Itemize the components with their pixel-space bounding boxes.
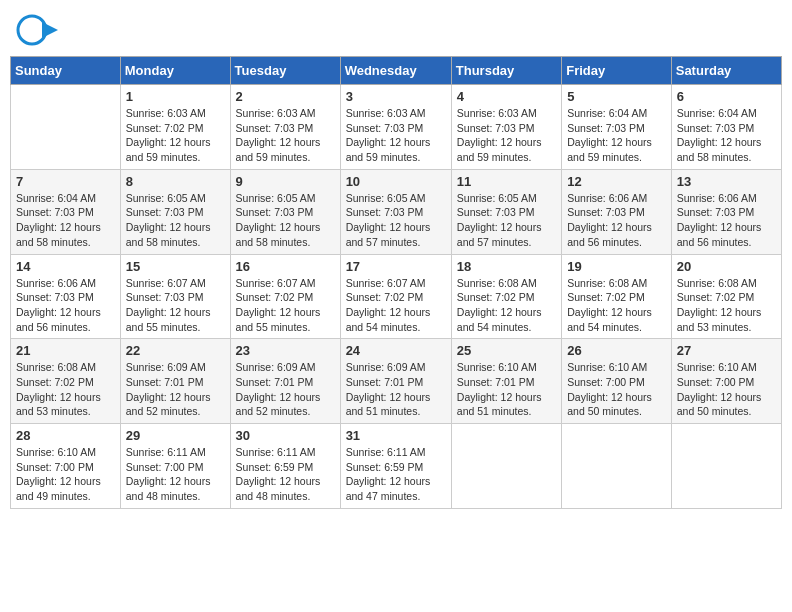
- calendar-cell: 6Sunrise: 6:04 AMSunset: 7:03 PMDaylight…: [671, 85, 781, 170]
- day-number: 25: [457, 343, 556, 358]
- calendar-cell: 30Sunrise: 6:11 AMSunset: 6:59 PMDayligh…: [230, 424, 340, 509]
- calendar-cell: 17Sunrise: 6:07 AMSunset: 7:02 PMDayligh…: [340, 254, 451, 339]
- calendar-cell: 29Sunrise: 6:11 AMSunset: 7:00 PMDayligh…: [120, 424, 230, 509]
- day-number: 11: [457, 174, 556, 189]
- calendar-cell: 19Sunrise: 6:08 AMSunset: 7:02 PMDayligh…: [562, 254, 672, 339]
- day-info: Sunrise: 6:11 AMSunset: 7:00 PMDaylight:…: [126, 445, 225, 504]
- svg-marker-1: [42, 22, 58, 38]
- calendar-cell: 14Sunrise: 6:06 AMSunset: 7:03 PMDayligh…: [11, 254, 121, 339]
- day-info: Sunrise: 6:11 AMSunset: 6:59 PMDaylight:…: [346, 445, 446, 504]
- calendar-cell: 31Sunrise: 6:11 AMSunset: 6:59 PMDayligh…: [340, 424, 451, 509]
- day-info: Sunrise: 6:07 AMSunset: 7:02 PMDaylight:…: [236, 276, 335, 335]
- day-number: 23: [236, 343, 335, 358]
- calendar-cell: 9Sunrise: 6:05 AMSunset: 7:03 PMDaylight…: [230, 169, 340, 254]
- day-info: Sunrise: 6:03 AMSunset: 7:03 PMDaylight:…: [457, 106, 556, 165]
- day-number: 27: [677, 343, 776, 358]
- logo: [14, 10, 56, 48]
- day-number: 9: [236, 174, 335, 189]
- day-number: 15: [126, 259, 225, 274]
- day-number: 17: [346, 259, 446, 274]
- day-info: Sunrise: 6:03 AMSunset: 7:03 PMDaylight:…: [236, 106, 335, 165]
- day-info: Sunrise: 6:11 AMSunset: 6:59 PMDaylight:…: [236, 445, 335, 504]
- day-info: Sunrise: 6:05 AMSunset: 7:03 PMDaylight:…: [126, 191, 225, 250]
- calendar-cell: 21Sunrise: 6:08 AMSunset: 7:02 PMDayligh…: [11, 339, 121, 424]
- day-number: 28: [16, 428, 115, 443]
- day-number: 26: [567, 343, 666, 358]
- day-number: 30: [236, 428, 335, 443]
- day-number: 22: [126, 343, 225, 358]
- calendar-cell: 10Sunrise: 6:05 AMSunset: 7:03 PMDayligh…: [340, 169, 451, 254]
- day-info: Sunrise: 6:08 AMSunset: 7:02 PMDaylight:…: [457, 276, 556, 335]
- col-header-wednesday: Wednesday: [340, 57, 451, 85]
- calendar-cell: 11Sunrise: 6:05 AMSunset: 7:03 PMDayligh…: [451, 169, 561, 254]
- calendar-cell: 3Sunrise: 6:03 AMSunset: 7:03 PMDaylight…: [340, 85, 451, 170]
- calendar-cell: [671, 424, 781, 509]
- day-number: 1: [126, 89, 225, 104]
- col-header-tuesday: Tuesday: [230, 57, 340, 85]
- calendar-cell: 13Sunrise: 6:06 AMSunset: 7:03 PMDayligh…: [671, 169, 781, 254]
- day-number: 18: [457, 259, 556, 274]
- day-number: 29: [126, 428, 225, 443]
- day-info: Sunrise: 6:09 AMSunset: 7:01 PMDaylight:…: [126, 360, 225, 419]
- day-number: 19: [567, 259, 666, 274]
- day-info: Sunrise: 6:08 AMSunset: 7:02 PMDaylight:…: [567, 276, 666, 335]
- day-info: Sunrise: 6:10 AMSunset: 7:00 PMDaylight:…: [16, 445, 115, 504]
- day-info: Sunrise: 6:08 AMSunset: 7:02 PMDaylight:…: [677, 276, 776, 335]
- day-number: 16: [236, 259, 335, 274]
- calendar-cell: 2Sunrise: 6:03 AMSunset: 7:03 PMDaylight…: [230, 85, 340, 170]
- calendar-cell: 15Sunrise: 6:07 AMSunset: 7:03 PMDayligh…: [120, 254, 230, 339]
- calendar-cell: 1Sunrise: 6:03 AMSunset: 7:02 PMDaylight…: [120, 85, 230, 170]
- day-info: Sunrise: 6:03 AMSunset: 7:02 PMDaylight:…: [126, 106, 225, 165]
- page-header: [10, 10, 782, 48]
- day-info: Sunrise: 6:10 AMSunset: 7:00 PMDaylight:…: [567, 360, 666, 419]
- day-info: Sunrise: 6:03 AMSunset: 7:03 PMDaylight:…: [346, 106, 446, 165]
- calendar-cell: 18Sunrise: 6:08 AMSunset: 7:02 PMDayligh…: [451, 254, 561, 339]
- day-number: 21: [16, 343, 115, 358]
- day-number: 14: [16, 259, 115, 274]
- day-info: Sunrise: 6:07 AMSunset: 7:02 PMDaylight:…: [346, 276, 446, 335]
- day-number: 8: [126, 174, 225, 189]
- col-header-monday: Monday: [120, 57, 230, 85]
- day-info: Sunrise: 6:09 AMSunset: 7:01 PMDaylight:…: [346, 360, 446, 419]
- day-number: 13: [677, 174, 776, 189]
- day-number: 20: [677, 259, 776, 274]
- calendar-cell: 27Sunrise: 6:10 AMSunset: 7:00 PMDayligh…: [671, 339, 781, 424]
- day-number: 4: [457, 89, 556, 104]
- calendar-cell: 4Sunrise: 6:03 AMSunset: 7:03 PMDaylight…: [451, 85, 561, 170]
- day-info: Sunrise: 6:06 AMSunset: 7:03 PMDaylight:…: [567, 191, 666, 250]
- day-info: Sunrise: 6:06 AMSunset: 7:03 PMDaylight:…: [16, 276, 115, 335]
- calendar-cell: [451, 424, 561, 509]
- day-info: Sunrise: 6:05 AMSunset: 7:03 PMDaylight:…: [346, 191, 446, 250]
- calendar-cell: 25Sunrise: 6:10 AMSunset: 7:01 PMDayligh…: [451, 339, 561, 424]
- calendar-cell: [562, 424, 672, 509]
- day-info: Sunrise: 6:04 AMSunset: 7:03 PMDaylight:…: [16, 191, 115, 250]
- day-number: 2: [236, 89, 335, 104]
- day-info: Sunrise: 6:07 AMSunset: 7:03 PMDaylight:…: [126, 276, 225, 335]
- calendar-cell: 28Sunrise: 6:10 AMSunset: 7:00 PMDayligh…: [11, 424, 121, 509]
- calendar-cell: 5Sunrise: 6:04 AMSunset: 7:03 PMDaylight…: [562, 85, 672, 170]
- day-number: 7: [16, 174, 115, 189]
- day-info: Sunrise: 6:05 AMSunset: 7:03 PMDaylight:…: [457, 191, 556, 250]
- calendar-cell: 8Sunrise: 6:05 AMSunset: 7:03 PMDaylight…: [120, 169, 230, 254]
- day-number: 6: [677, 89, 776, 104]
- day-info: Sunrise: 6:09 AMSunset: 7:01 PMDaylight:…: [236, 360, 335, 419]
- day-info: Sunrise: 6:10 AMSunset: 7:01 PMDaylight:…: [457, 360, 556, 419]
- logo-icon: [14, 10, 52, 48]
- day-number: 31: [346, 428, 446, 443]
- calendar-cell: 7Sunrise: 6:04 AMSunset: 7:03 PMDaylight…: [11, 169, 121, 254]
- calendar-cell: [11, 85, 121, 170]
- day-info: Sunrise: 6:04 AMSunset: 7:03 PMDaylight:…: [567, 106, 666, 165]
- day-number: 5: [567, 89, 666, 104]
- calendar-cell: 22Sunrise: 6:09 AMSunset: 7:01 PMDayligh…: [120, 339, 230, 424]
- svg-point-0: [18, 16, 46, 44]
- calendar-cell: 20Sunrise: 6:08 AMSunset: 7:02 PMDayligh…: [671, 254, 781, 339]
- day-number: 12: [567, 174, 666, 189]
- day-number: 10: [346, 174, 446, 189]
- calendar-cell: 12Sunrise: 6:06 AMSunset: 7:03 PMDayligh…: [562, 169, 672, 254]
- col-header-saturday: Saturday: [671, 57, 781, 85]
- day-info: Sunrise: 6:04 AMSunset: 7:03 PMDaylight:…: [677, 106, 776, 165]
- calendar-cell: 23Sunrise: 6:09 AMSunset: 7:01 PMDayligh…: [230, 339, 340, 424]
- col-header-sunday: Sunday: [11, 57, 121, 85]
- col-header-thursday: Thursday: [451, 57, 561, 85]
- col-header-friday: Friday: [562, 57, 672, 85]
